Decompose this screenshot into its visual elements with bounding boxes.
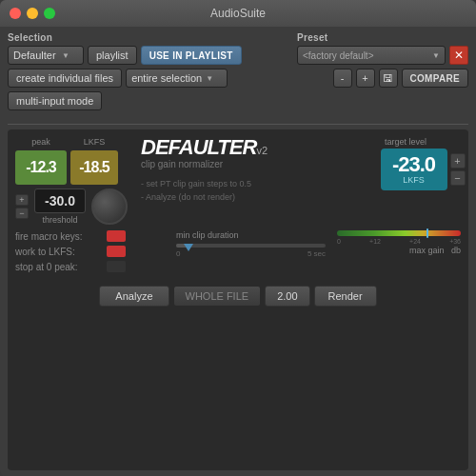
target-minus-button[interactable]: − bbox=[450, 170, 466, 186]
selection-label: Selection bbox=[8, 32, 289, 43]
threshold-minus[interactable]: − bbox=[15, 208, 29, 219]
min-clip-label: min clip duration bbox=[176, 230, 326, 240]
main-content: Selection Defaulter ▼ playlist USE IN PL… bbox=[0, 27, 476, 476]
lkfs-meter: -18.5 bbox=[70, 150, 118, 185]
gain-meter bbox=[337, 230, 461, 236]
window-controls bbox=[10, 8, 55, 19]
meter-values: -12.3 -18.5 bbox=[15, 150, 129, 185]
preset-section: Preset <factory default> ▼ ✕ - + 🖫 bbox=[297, 32, 468, 114]
macro-row-3: stop at 0 peak: bbox=[15, 261, 165, 272]
close-button[interactable] bbox=[10, 8, 21, 19]
plugin-subtitle: clip gain normalizer bbox=[141, 159, 373, 169]
plugin-name-row: DEFAULTERv2 bbox=[141, 137, 373, 158]
target-value-box: -23.0 LKFS bbox=[381, 149, 447, 190]
plus-button[interactable]: + bbox=[356, 69, 375, 88]
macros-section: fire macro keys: work to LKFS: stop at 0… bbox=[15, 230, 165, 276]
analyze-button[interactable]: Analyze bbox=[99, 286, 169, 307]
selection-row1: Defaulter ▼ playlist USE IN PLAYLIST bbox=[8, 46, 289, 65]
gain-scale-24: +24 bbox=[409, 238, 421, 245]
gain-scale: 0 +12 +24 +36 bbox=[337, 238, 461, 245]
macro-keys-indicator[interactable] bbox=[107, 230, 126, 242]
save-icon: 🖫 bbox=[383, 72, 393, 84]
target-label: target level bbox=[385, 137, 426, 147]
work-to-lkfs-label: work to LKFS: bbox=[15, 247, 101, 257]
use-in-playlist-button[interactable]: USE IN PLAYLIST bbox=[141, 46, 242, 65]
target-value: -23.0 bbox=[392, 154, 435, 175]
preset-label: Preset bbox=[297, 32, 468, 43]
whole-file-button[interactable]: WHOLE FILE bbox=[173, 286, 262, 307]
info-line-2: Analyze (do not render) bbox=[141, 190, 373, 204]
peak-meter: -12.3 bbox=[15, 150, 67, 185]
macro-row-1: fire macro keys: bbox=[15, 230, 165, 242]
threshold-knob[interactable] bbox=[91, 188, 128, 225]
work-to-lkfs-indicator[interactable] bbox=[107, 246, 126, 257]
factory-default-dropdown[interactable]: <factory default> ▼ bbox=[297, 46, 446, 65]
divider bbox=[8, 124, 468, 125]
window-title: AudioSuite bbox=[210, 7, 266, 20]
threshold-value: -30.0 bbox=[45, 193, 75, 208]
threshold-plus[interactable]: + bbox=[15, 194, 29, 206]
meters-section: peak LKFS -12.3 -18.5 + bbox=[15, 137, 129, 225]
top-row: Selection Defaulter ▼ playlist USE IN PL… bbox=[8, 32, 468, 114]
slider-thumb[interactable] bbox=[184, 244, 193, 251]
plugin-info: DEFAULTERv2 clip gain normalizer set PT … bbox=[137, 137, 377, 205]
gain-scale-12: +12 bbox=[369, 238, 381, 245]
multi-input-button[interactable]: multi-input mode bbox=[8, 91, 102, 110]
render-button[interactable]: Render bbox=[314, 286, 377, 307]
info-line-1: set PT clip gain steps to 0.5 bbox=[141, 177, 373, 190]
max-gain-label: max gain db bbox=[337, 246, 461, 255]
compare-button[interactable]: COMPARE bbox=[402, 69, 468, 88]
slider-labels: 0 5 sec bbox=[176, 249, 326, 258]
plugin-version: v2 bbox=[256, 145, 268, 156]
macro-row-2: work to LKFS: bbox=[15, 246, 165, 257]
threshold-display: -30.0 threshold bbox=[34, 188, 86, 225]
threshold-controls: + − bbox=[15, 194, 29, 219]
value-button[interactable]: 2.00 bbox=[265, 286, 309, 307]
stop-at-peak-label: stop at 0 peak: bbox=[15, 262, 101, 272]
plugin-name: DEFAULTER bbox=[141, 135, 256, 159]
threshold-label: threshold bbox=[42, 215, 77, 225]
peak-label: peak bbox=[15, 137, 67, 147]
plugin-body: peak LKFS -12.3 -18.5 + bbox=[8, 129, 468, 470]
selection-row2: create individual files entire selection… bbox=[8, 69, 289, 88]
chevron-down-icon: ▼ bbox=[62, 51, 69, 60]
playlist-button[interactable]: playlist bbox=[88, 46, 137, 65]
entire-selection-dropdown[interactable]: entire selection ▼ bbox=[126, 69, 228, 88]
defaulter-dropdown[interactable]: Defaulter ▼ bbox=[8, 46, 84, 65]
minus-button[interactable]: - bbox=[333, 69, 352, 88]
selection-section: Selection Defaulter ▼ playlist USE IN PL… bbox=[8, 32, 289, 114]
min-clip-slider[interactable] bbox=[176, 244, 326, 248]
gain-needle bbox=[426, 228, 428, 238]
peak-value: -12.3 bbox=[26, 159, 55, 176]
chevron-down-icon-3: ▼ bbox=[432, 51, 440, 60]
maximize-button[interactable] bbox=[44, 8, 55, 19]
plugin-middle-row: fire macro keys: work to LKFS: stop at 0… bbox=[15, 230, 461, 276]
plugin-info-list: set PT clip gain steps to 0.5 Analyze (d… bbox=[141, 177, 373, 205]
trash-icon: ✕ bbox=[454, 49, 464, 62]
preset-row2: - + 🖫 COMPARE bbox=[297, 69, 468, 88]
min-clip-section: min clip duration 0 5 sec bbox=[176, 230, 326, 258]
bottom-bar: Analyze WHOLE FILE 2.00 Render bbox=[15, 286, 461, 307]
selection-row3: multi-input mode bbox=[8, 91, 289, 110]
target-plus-button[interactable]: + bbox=[450, 153, 466, 169]
create-individual-button[interactable]: create individual files bbox=[8, 69, 122, 88]
plugin-top-row: peak LKFS -12.3 -18.5 + bbox=[15, 137, 461, 225]
minimize-button[interactable] bbox=[27, 8, 38, 19]
save-preset-button[interactable]: 🖫 bbox=[379, 69, 398, 88]
main-window: AudioSuite Selection Defaulter ▼ playlis… bbox=[0, 0, 476, 476]
target-control: -23.0 LKFS + − bbox=[381, 149, 466, 190]
target-section: target level -23.0 LKFS + − bbox=[385, 137, 461, 190]
stop-at-peak-indicator[interactable] bbox=[107, 261, 126, 272]
lkfs-value: -18.5 bbox=[79, 159, 109, 176]
macro-keys-label: fire macro keys: bbox=[15, 231, 101, 242]
gain-section: 0 +12 +24 +36 max gain db bbox=[337, 230, 461, 255]
target-buttons: + − bbox=[450, 153, 466, 186]
target-unit: LKFS bbox=[403, 175, 425, 185]
gain-scale-0: 0 bbox=[337, 238, 341, 245]
title-bar: AudioSuite bbox=[0, 0, 476, 27]
threshold-value-box[interactable]: -30.0 bbox=[34, 188, 86, 213]
delete-preset-button[interactable]: ✕ bbox=[449, 46, 468, 65]
threshold-row: + − -30.0 threshold bbox=[15, 188, 129, 225]
gain-scale-36: +36 bbox=[449, 238, 461, 245]
lkfs-label: LKFS bbox=[70, 137, 118, 147]
